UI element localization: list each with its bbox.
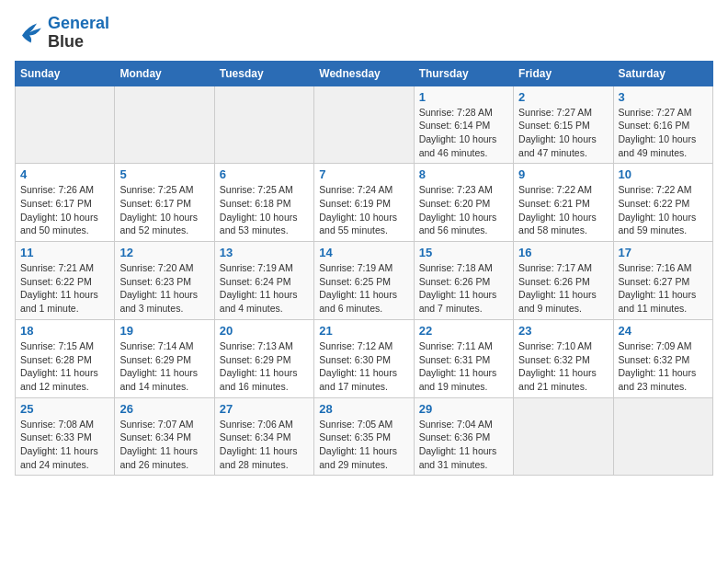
day-info: Sunrise: 7:04 AM Sunset: 6:36 PM Dayligh… <box>419 418 508 472</box>
day-number: 9 <box>518 167 608 181</box>
day-info: Sunrise: 7:09 AM Sunset: 6:32 PM Dayligh… <box>619 339 708 394</box>
calendar-week-row: 11Sunrise: 7:21 AM Sunset: 6:22 PM Dayli… <box>16 242 713 320</box>
calendar-cell: 26Sunrise: 7:07 AM Sunset: 6:34 PM Dayli… <box>115 397 214 476</box>
day-info: Sunrise: 7:22 AM Sunset: 6:22 PM Dayligh… <box>619 183 708 237</box>
day-number: 29 <box>419 402 508 416</box>
calendar-week-row: 1Sunrise: 7:28 AM Sunset: 6:14 PM Daylig… <box>16 86 713 164</box>
day-number: 26 <box>119 402 209 416</box>
calendar-cell: 22Sunrise: 7:11 AM Sunset: 6:31 PM Dayli… <box>414 319 513 397</box>
day-number: 2 <box>518 90 608 104</box>
calendar-cell: 21Sunrise: 7:12 AM Sunset: 6:30 PM Dayli… <box>314 319 414 397</box>
calendar-cell <box>115 86 214 164</box>
logo-text: General Blue <box>48 15 109 52</box>
day-number: 21 <box>319 324 408 338</box>
day-info: Sunrise: 7:17 AM Sunset: 6:26 PM Dayligh… <box>518 261 608 316</box>
day-info: Sunrise: 7:07 AM Sunset: 6:34 PM Dayligh… <box>119 418 209 472</box>
calendar-cell: 25Sunrise: 7:08 AM Sunset: 6:33 PM Dayli… <box>16 397 115 476</box>
day-number: 19 <box>119 324 209 338</box>
weekday-header-tuesday: Tuesday <box>214 61 313 86</box>
calendar-cell: 18Sunrise: 7:15 AM Sunset: 6:28 PM Dayli… <box>16 319 115 397</box>
calendar-cell: 7Sunrise: 7:24 AM Sunset: 6:19 PM Daylig… <box>314 164 414 242</box>
calendar-cell: 3Sunrise: 7:27 AM Sunset: 6:16 PM Daylig… <box>613 86 712 164</box>
calendar-table: SundayMondayTuesdayWednesdayThursdayFrid… <box>15 61 713 477</box>
day-number: 13 <box>220 246 309 259</box>
day-info: Sunrise: 7:22 AM Sunset: 6:21 PM Dayligh… <box>518 183 608 237</box>
day-info: Sunrise: 7:23 AM Sunset: 6:20 PM Dayligh… <box>419 183 508 237</box>
calendar-cell <box>613 397 712 476</box>
calendar-week-row: 25Sunrise: 7:08 AM Sunset: 6:33 PM Dayli… <box>16 397 713 476</box>
day-info: Sunrise: 7:19 AM Sunset: 6:24 PM Dayligh… <box>220 261 309 316</box>
calendar-cell: 11Sunrise: 7:21 AM Sunset: 6:22 PM Dayli… <box>16 242 115 320</box>
day-number: 7 <box>319 167 408 181</box>
day-number: 23 <box>518 324 608 338</box>
calendar-cell: 13Sunrise: 7:19 AM Sunset: 6:24 PM Dayli… <box>214 242 313 320</box>
weekday-header-sunday: Sunday <box>16 61 115 86</box>
day-info: Sunrise: 7:11 AM Sunset: 6:31 PM Dayligh… <box>419 339 508 394</box>
calendar-cell: 15Sunrise: 7:18 AM Sunset: 6:26 PM Dayli… <box>414 242 513 320</box>
calendar-cell: 2Sunrise: 7:27 AM Sunset: 6:15 PM Daylig… <box>514 86 613 164</box>
day-info: Sunrise: 7:27 AM Sunset: 6:15 PM Dayligh… <box>518 106 608 160</box>
day-number: 8 <box>419 167 508 181</box>
day-number: 20 <box>220 324 309 338</box>
weekday-header-saturday: Saturday <box>613 61 712 86</box>
weekday-header-monday: Monday <box>115 61 214 86</box>
calendar-cell <box>214 86 313 164</box>
calendar-cell: 17Sunrise: 7:16 AM Sunset: 6:27 PM Dayli… <box>613 242 712 320</box>
day-number: 6 <box>220 167 309 181</box>
day-info: Sunrise: 7:25 AM Sunset: 6:17 PM Dayligh… <box>119 183 209 237</box>
day-number: 25 <box>20 402 109 416</box>
day-number: 4 <box>20 167 109 181</box>
calendar-cell: 10Sunrise: 7:22 AM Sunset: 6:22 PM Dayli… <box>613 164 712 242</box>
calendar-cell: 27Sunrise: 7:06 AM Sunset: 6:34 PM Dayli… <box>214 397 313 476</box>
day-number: 14 <box>319 246 408 259</box>
day-number: 3 <box>619 90 708 104</box>
calendar-cell: 28Sunrise: 7:05 AM Sunset: 6:35 PM Dayli… <box>314 397 414 476</box>
calendar-cell: 9Sunrise: 7:22 AM Sunset: 6:21 PM Daylig… <box>514 164 613 242</box>
day-number: 17 <box>619 246 708 259</box>
day-number: 1 <box>419 90 508 104</box>
day-number: 12 <box>119 246 209 259</box>
logo: General Blue <box>15 15 109 52</box>
day-number: 27 <box>220 402 309 416</box>
day-number: 10 <box>619 167 708 181</box>
calendar-cell: 1Sunrise: 7:28 AM Sunset: 6:14 PM Daylig… <box>414 86 513 164</box>
day-info: Sunrise: 7:16 AM Sunset: 6:27 PM Dayligh… <box>619 261 708 316</box>
calendar-cell <box>314 86 414 164</box>
day-info: Sunrise: 7:12 AM Sunset: 6:30 PM Dayligh… <box>319 339 408 394</box>
page-header: General Blue <box>15 15 713 52</box>
calendar-cell: 6Sunrise: 7:25 AM Sunset: 6:18 PM Daylig… <box>214 164 313 242</box>
day-info: Sunrise: 7:21 AM Sunset: 6:22 PM Dayligh… <box>20 261 109 316</box>
weekday-header-wednesday: Wednesday <box>314 61 414 86</box>
day-info: Sunrise: 7:28 AM Sunset: 6:14 PM Dayligh… <box>419 106 508 160</box>
day-number: 15 <box>419 246 508 259</box>
day-info: Sunrise: 7:15 AM Sunset: 6:28 PM Dayligh… <box>20 339 109 394</box>
day-info: Sunrise: 7:19 AM Sunset: 6:25 PM Dayligh… <box>319 261 408 316</box>
day-info: Sunrise: 7:27 AM Sunset: 6:16 PM Dayligh… <box>619 106 708 160</box>
weekday-header-thursday: Thursday <box>414 61 513 86</box>
calendar-cell: 24Sunrise: 7:09 AM Sunset: 6:32 PM Dayli… <box>613 319 712 397</box>
day-number: 24 <box>619 324 708 338</box>
day-number: 22 <box>419 324 508 338</box>
calendar-cell <box>514 397 613 476</box>
day-info: Sunrise: 7:13 AM Sunset: 6:29 PM Dayligh… <box>220 339 309 394</box>
calendar-cell: 5Sunrise: 7:25 AM Sunset: 6:17 PM Daylig… <box>115 164 214 242</box>
day-number: 28 <box>319 402 408 416</box>
day-info: Sunrise: 7:25 AM Sunset: 6:18 PM Dayligh… <box>220 183 309 237</box>
calendar-cell: 14Sunrise: 7:19 AM Sunset: 6:25 PM Dayli… <box>314 242 414 320</box>
day-info: Sunrise: 7:10 AM Sunset: 6:32 PM Dayligh… <box>518 339 608 394</box>
day-info: Sunrise: 7:26 AM Sunset: 6:17 PM Dayligh… <box>20 183 109 237</box>
day-info: Sunrise: 7:18 AM Sunset: 6:26 PM Dayligh… <box>419 261 508 316</box>
logo-icon <box>15 20 44 46</box>
calendar-cell: 19Sunrise: 7:14 AM Sunset: 6:29 PM Dayli… <box>115 319 214 397</box>
day-number: 11 <box>20 246 109 259</box>
calendar-cell: 23Sunrise: 7:10 AM Sunset: 6:32 PM Dayli… <box>514 319 613 397</box>
day-info: Sunrise: 7:08 AM Sunset: 6:33 PM Dayligh… <box>20 418 109 472</box>
calendar-cell: 8Sunrise: 7:23 AM Sunset: 6:20 PM Daylig… <box>414 164 513 242</box>
day-info: Sunrise: 7:24 AM Sunset: 6:19 PM Dayligh… <box>319 183 408 237</box>
calendar-cell: 29Sunrise: 7:04 AM Sunset: 6:36 PM Dayli… <box>414 397 513 476</box>
day-number: 18 <box>20 324 109 338</box>
day-info: Sunrise: 7:05 AM Sunset: 6:35 PM Dayligh… <box>319 418 408 472</box>
calendar-cell: 4Sunrise: 7:26 AM Sunset: 6:17 PM Daylig… <box>16 164 115 242</box>
day-info: Sunrise: 7:20 AM Sunset: 6:23 PM Dayligh… <box>119 261 209 316</box>
calendar-cell: 20Sunrise: 7:13 AM Sunset: 6:29 PM Dayli… <box>214 319 313 397</box>
